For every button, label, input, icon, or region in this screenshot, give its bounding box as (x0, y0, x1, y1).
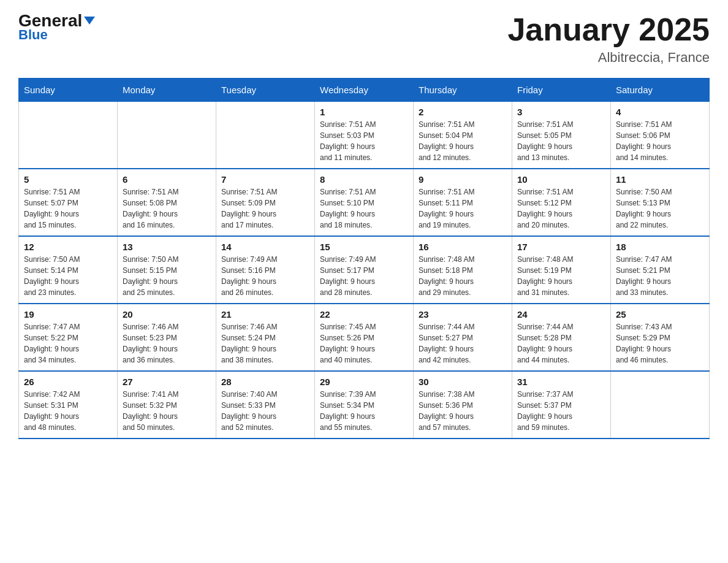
day-info-3: Sunrise: 7:51 AM Sunset: 5:05 PM Dayligh… (517, 119, 605, 163)
day-info-15: Sunrise: 7:49 AM Sunset: 5:17 PM Dayligh… (320, 254, 408, 298)
header-cell-thursday: Thursday (414, 79, 512, 102)
day-info-23: Sunrise: 7:44 AM Sunset: 5:27 PM Dayligh… (419, 321, 507, 366)
day-info-6: Sunrise: 7:51 AM Sunset: 5:08 PM Dayligh… (123, 186, 211, 231)
day-info-24: Sunrise: 7:44 AM Sunset: 5:28 PM Dayligh… (517, 321, 605, 366)
day-cell-23: 23Sunrise: 7:44 AM Sunset: 5:27 PM Dayli… (414, 304, 512, 371)
day-info-30: Sunrise: 7:38 AM Sunset: 5:36 PM Dayligh… (419, 389, 507, 433)
day-info-12: Sunrise: 7:50 AM Sunset: 5:14 PM Dayligh… (24, 254, 112, 298)
day-number-30: 30 (419, 377, 507, 387)
day-info-14: Sunrise: 7:49 AM Sunset: 5:16 PM Dayligh… (221, 254, 309, 298)
page-header: General Blue January 2025 Albitreccia, F… (18, 12, 710, 66)
day-cell-14: 14Sunrise: 7:49 AM Sunset: 5:16 PM Dayli… (216, 236, 315, 304)
header-cell-wednesday: Wednesday (315, 79, 414, 102)
empty-cell (19, 102, 118, 169)
day-number-22: 22 (320, 309, 408, 320)
day-info-29: Sunrise: 7:39 AM Sunset: 5:34 PM Dayligh… (320, 389, 408, 433)
day-cell-1: 1Sunrise: 7:51 AM Sunset: 5:03 PM Daylig… (315, 102, 414, 169)
day-number-25: 25 (616, 309, 704, 320)
day-info-20: Sunrise: 7:46 AM Sunset: 5:23 PM Dayligh… (123, 321, 211, 366)
day-cell-4: 4Sunrise: 7:51 AM Sunset: 5:06 PM Daylig… (611, 102, 710, 169)
day-number-8: 8 (320, 174, 408, 185)
day-cell-22: 22Sunrise: 7:45 AM Sunset: 5:26 PM Dayli… (315, 304, 414, 371)
day-cell-24: 24Sunrise: 7:44 AM Sunset: 5:28 PM Dayli… (512, 304, 611, 371)
day-cell-12: 12Sunrise: 7:50 AM Sunset: 5:14 PM Dayli… (19, 236, 118, 304)
day-number-9: 9 (419, 174, 507, 185)
day-cell-5: 5Sunrise: 7:51 AM Sunset: 5:07 PM Daylig… (19, 169, 118, 236)
calendar-header: SundayMondayTuesdayWednesdayThursdayFrid… (19, 79, 710, 102)
day-number-12: 12 (24, 242, 112, 252)
day-cell-29: 29Sunrise: 7:39 AM Sunset: 5:34 PM Dayli… (315, 371, 414, 439)
day-number-24: 24 (517, 309, 605, 320)
header-cell-sunday: Sunday (19, 79, 118, 102)
header-cell-monday: Monday (118, 79, 216, 102)
day-cell-20: 20Sunrise: 7:46 AM Sunset: 5:23 PM Dayli… (118, 304, 216, 371)
day-cell-15: 15Sunrise: 7:49 AM Sunset: 5:17 PM Dayli… (315, 236, 414, 304)
calendar-subtitle: Albitreccia, France (507, 50, 710, 66)
day-info-17: Sunrise: 7:48 AM Sunset: 5:19 PM Dayligh… (517, 254, 605, 298)
day-info-7: Sunrise: 7:51 AM Sunset: 5:09 PM Dayligh… (221, 186, 309, 231)
day-number-26: 26 (24, 377, 112, 387)
day-number-17: 17 (517, 242, 605, 252)
day-cell-25: 25Sunrise: 7:43 AM Sunset: 5:29 PM Dayli… (611, 304, 710, 371)
day-number-21: 21 (221, 309, 309, 320)
day-cell-3: 3Sunrise: 7:51 AM Sunset: 5:05 PM Daylig… (512, 102, 611, 169)
day-info-25: Sunrise: 7:43 AM Sunset: 5:29 PM Dayligh… (616, 321, 704, 366)
day-cell-28: 28Sunrise: 7:40 AM Sunset: 5:33 PM Dayli… (216, 371, 315, 439)
empty-cell (611, 371, 710, 439)
logo: General Blue (18, 12, 95, 43)
day-cell-27: 27Sunrise: 7:41 AM Sunset: 5:32 PM Dayli… (118, 371, 216, 439)
empty-cell (118, 102, 216, 169)
week-row-2: 5Sunrise: 7:51 AM Sunset: 5:07 PM Daylig… (19, 169, 710, 236)
week-row-4: 19Sunrise: 7:47 AM Sunset: 5:22 PM Dayli… (19, 304, 710, 371)
day-cell-13: 13Sunrise: 7:50 AM Sunset: 5:15 PM Dayli… (118, 236, 216, 304)
day-number-19: 19 (24, 309, 112, 320)
day-cell-10: 10Sunrise: 7:51 AM Sunset: 5:12 PM Dayli… (512, 169, 611, 236)
header-cell-tuesday: Tuesday (216, 79, 315, 102)
day-info-27: Sunrise: 7:41 AM Sunset: 5:32 PM Dayligh… (123, 389, 211, 433)
day-number-13: 13 (123, 242, 211, 252)
day-cell-19: 19Sunrise: 7:47 AM Sunset: 5:22 PM Dayli… (19, 304, 118, 371)
day-info-10: Sunrise: 7:51 AM Sunset: 5:12 PM Dayligh… (517, 186, 605, 231)
day-number-1: 1 (320, 107, 408, 117)
day-info-28: Sunrise: 7:40 AM Sunset: 5:33 PM Dayligh… (221, 389, 309, 433)
calendar-body: 1Sunrise: 7:51 AM Sunset: 5:03 PM Daylig… (19, 102, 710, 439)
day-cell-7: 7Sunrise: 7:51 AM Sunset: 5:09 PM Daylig… (216, 169, 315, 236)
day-number-20: 20 (123, 309, 211, 320)
title-section: January 2025 Albitreccia, France (507, 12, 710, 66)
day-info-1: Sunrise: 7:51 AM Sunset: 5:03 PM Dayligh… (320, 119, 408, 163)
day-cell-11: 11Sunrise: 7:50 AM Sunset: 5:13 PM Dayli… (611, 169, 710, 236)
week-row-5: 26Sunrise: 7:42 AM Sunset: 5:31 PM Dayli… (19, 371, 710, 439)
day-number-6: 6 (123, 174, 211, 185)
day-info-18: Sunrise: 7:47 AM Sunset: 5:21 PM Dayligh… (616, 254, 704, 298)
logo-arrow-icon (84, 17, 95, 25)
day-number-4: 4 (616, 107, 704, 117)
day-cell-21: 21Sunrise: 7:46 AM Sunset: 5:24 PM Dayli… (216, 304, 315, 371)
day-number-31: 31 (517, 377, 605, 387)
day-cell-2: 2Sunrise: 7:51 AM Sunset: 5:04 PM Daylig… (414, 102, 512, 169)
header-cell-saturday: Saturday (611, 79, 710, 102)
day-info-16: Sunrise: 7:48 AM Sunset: 5:18 PM Dayligh… (419, 254, 507, 298)
header-cell-friday: Friday (512, 79, 611, 102)
day-number-23: 23 (419, 309, 507, 320)
day-number-28: 28 (221, 377, 309, 387)
day-number-10: 10 (517, 174, 605, 185)
day-info-5: Sunrise: 7:51 AM Sunset: 5:07 PM Dayligh… (24, 186, 112, 231)
day-cell-30: 30Sunrise: 7:38 AM Sunset: 5:36 PM Dayli… (414, 371, 512, 439)
day-info-4: Sunrise: 7:51 AM Sunset: 5:06 PM Dayligh… (616, 119, 704, 163)
day-cell-6: 6Sunrise: 7:51 AM Sunset: 5:08 PM Daylig… (118, 169, 216, 236)
day-cell-26: 26Sunrise: 7:42 AM Sunset: 5:31 PM Dayli… (19, 371, 118, 439)
logo-blue: Blue (18, 27, 48, 43)
day-info-9: Sunrise: 7:51 AM Sunset: 5:11 PM Dayligh… (419, 186, 507, 231)
day-cell-9: 9Sunrise: 7:51 AM Sunset: 5:11 PM Daylig… (414, 169, 512, 236)
calendar-title: January 2025 (507, 12, 710, 47)
header-row: SundayMondayTuesdayWednesdayThursdayFrid… (19, 79, 710, 102)
day-cell-16: 16Sunrise: 7:48 AM Sunset: 5:18 PM Dayli… (414, 236, 512, 304)
day-number-29: 29 (320, 377, 408, 387)
calendar-table: SundayMondayTuesdayWednesdayThursdayFrid… (18, 78, 710, 439)
day-info-8: Sunrise: 7:51 AM Sunset: 5:10 PM Dayligh… (320, 186, 408, 231)
empty-cell (216, 102, 315, 169)
day-cell-18: 18Sunrise: 7:47 AM Sunset: 5:21 PM Dayli… (611, 236, 710, 304)
day-number-5: 5 (24, 174, 112, 185)
day-number-3: 3 (517, 107, 605, 117)
day-number-2: 2 (419, 107, 507, 117)
